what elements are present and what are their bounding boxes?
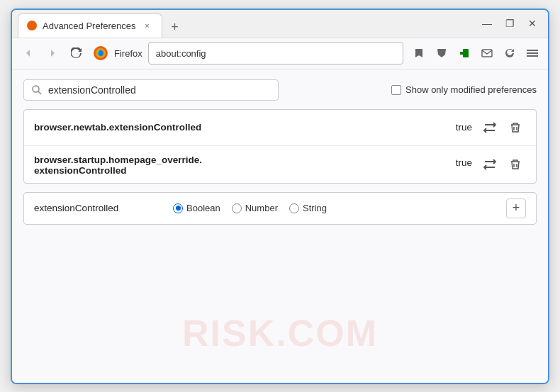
show-modified-checkbox[interactable] [391,85,401,95]
pref-name-2-line1: browser.startup.homepage_override. [34,155,449,165]
add-preference-button[interactable]: + [506,198,526,218]
search-box: extensionControlled [23,79,279,101]
svg-rect-5 [482,50,492,57]
svg-rect-4 [463,49,469,57]
search-row: extensionControlled Show only modified p… [23,79,537,101]
address-bar[interactable]: about:config [148,42,403,65]
row-actions-2 [479,154,526,175]
type-radio-group: Boolean Number String [173,203,327,213]
toggle-button-1[interactable] [479,117,500,138]
svg-rect-8 [527,55,538,57]
radio-number[interactable]: Number [232,203,278,213]
back-button[interactable] [18,43,39,64]
radio-boolean-outer [173,203,183,213]
result-row[interactable]: browser.startup.homepage_override. exten… [24,146,536,183]
pref-value-2: true [456,153,472,168]
active-tab[interactable]: Advanced Preferences × [18,13,162,38]
radio-boolean[interactable]: Boolean [173,203,220,213]
search-input[interactable]: extensionControlled [48,84,136,96]
radio-boolean-inner [176,206,181,211]
bookmark-button[interactable] [409,43,429,63]
row-actions-1 [479,117,526,138]
svg-rect-7 [527,52,538,54]
radio-string-label: String [303,203,327,213]
pref-value-1: true [456,122,472,133]
delete-button-1[interactable] [505,117,526,138]
tab-close-button[interactable]: × [142,20,153,31]
content-area: RISK.COM extensionControlled Show only m… [12,69,548,383]
show-modified-label: Show only modified preferences [405,84,537,95]
radio-string-outer [289,203,299,213]
toggle-button-2[interactable] [479,154,500,175]
maximize-button[interactable]: ❐ [500,13,520,33]
pref-name-2: browser.startup.homepage_override. exten… [34,153,449,176]
title-bar: Advanced Preferences × + — ❐ ✕ [12,10,548,38]
search-icon [31,84,43,96]
tab-favicon [27,21,37,30]
new-tab-button[interactable]: + [165,18,185,38]
mail-button[interactable] [477,43,497,63]
extension-button[interactable] [454,43,474,63]
show-modified-row: Show only modified preferences [391,84,537,95]
results-table: browser.newtab.extensionControlled true [23,109,537,184]
browser-name-label: Firefox [114,48,142,59]
nav-bar: Firefox about:config [12,38,548,69]
sync-button[interactable] [500,43,520,63]
svg-line-10 [38,91,41,94]
radio-string[interactable]: String [289,203,327,213]
delete-button-2[interactable] [505,154,526,175]
result-row[interactable]: browser.newtab.extensionControlled true [24,110,536,146]
firefox-logo [93,45,108,61]
new-pref-name: extensionControlled [34,203,147,213]
nav-icons [409,43,542,63]
forward-button[interactable] [42,43,63,64]
tab-area: Advanced Preferences × + [18,10,477,38]
svg-rect-3 [460,52,463,55]
pref-name-1: browser.newtab.extensionControlled [34,122,449,133]
watermark: RISK.COM [182,312,378,354]
browser-window: Advanced Preferences × + — ❐ ✕ Firef [11,9,549,384]
radio-number-outer [232,203,242,213]
window-controls: — ❐ ✕ [477,13,542,33]
pocket-button[interactable] [432,43,452,63]
pref-name-2-line2: extensionControlled [34,165,449,176]
address-text: about:config [156,48,206,59]
add-pref-row: extensionControlled Boolean Number [23,192,537,225]
tab-title: Advanced Preferences [43,21,136,31]
menu-button[interactable] [522,43,542,63]
radio-boolean-label: Boolean [186,203,220,213]
svg-point-9 [33,86,39,92]
minimize-button[interactable]: — [477,13,497,33]
reload-button[interactable] [66,43,87,64]
radio-number-label: Number [245,203,278,213]
close-button[interactable]: ✕ [522,13,542,33]
svg-rect-6 [527,50,538,51]
